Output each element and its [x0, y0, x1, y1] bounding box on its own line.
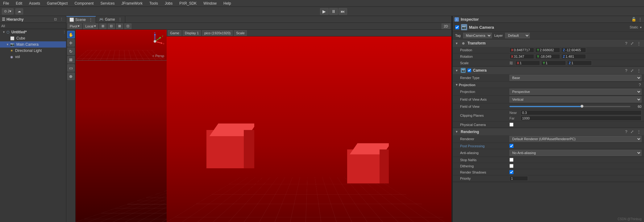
rotate-tool-btn[interactable]: ↻ [67, 48, 75, 55]
render-type-select[interactable]: Base [509, 75, 642, 81]
hierarchy-item-untitled[interactable]: ▼ ⬡ Untitled* ⋮ [0, 29, 66, 35]
projection-help-btn[interactable]: ? [638, 82, 642, 87]
hierarchy-item-main-camera[interactable]: ▼ 📷 Main Camera [0, 41, 66, 48]
stop-nans-checkbox[interactable] [509, 158, 513, 162]
tab-scene[interactable]: ⬜ Scene ⋮ [66, 16, 96, 23]
scale-x-field[interactable]: X 1 [515, 61, 540, 65]
rotation-y-field[interactable]: Y -18.049 [535, 54, 560, 59]
camera-expand-btn[interactable]: ⤢ [630, 68, 634, 73]
transform-more-btn[interactable]: ⋮ [636, 41, 642, 46]
menu-tools[interactable]: Tools [148, 1, 159, 6]
dithering-checkbox[interactable] [509, 164, 513, 168]
transform-help-btn[interactable]: ? [625, 41, 628, 46]
position-x-field[interactable]: X 0.8487717 [509, 48, 534, 52]
hierarchy-more-btn[interactable]: ⋮ [59, 17, 64, 22]
game-display-btn[interactable]: Game [168, 30, 181, 36]
fov-thumb[interactable] [580, 105, 584, 108]
move-tool-btn[interactable]: ✛ [67, 39, 75, 47]
menu-pxr-sdk[interactable]: PXR_SDK [178, 1, 198, 6]
transform-tool-btn[interactable]: ⊕ [67, 73, 75, 80]
menu-jframework[interactable]: JFrameWork [120, 1, 143, 6]
scene-gizmo[interactable]: Z Y X [146, 32, 164, 51]
layer-select[interactable]: Default [505, 33, 530, 38]
transform-expand-btn[interactable]: ⤢ [630, 41, 634, 46]
hierarchy-item-directional-light[interactable]: ☀ Directional Light [0, 48, 66, 54]
rect-tool-btn[interactable]: ▭ [67, 64, 75, 72]
gameobject-active-checkbox[interactable] [455, 25, 459, 29]
near-value-input[interactable] [521, 110, 642, 115]
camera-header[interactable]: ▼ 📷 Camera ? ⤢ ⋮ [453, 67, 644, 74]
rotation-x-field[interactable]: X 31.347 [509, 54, 534, 59]
account-button[interactable]: ⊙ J▾ [2, 8, 14, 15]
transform-name: Transform [467, 41, 623, 45]
game-display1-btn[interactable]: Display 1 [183, 30, 201, 36]
physical-camera-checkbox[interactable] [509, 123, 513, 127]
scene-tab-options[interactable]: ⋮ [89, 18, 93, 22]
scene-viewport[interactable]: Z Y X < Persp [76, 30, 451, 222]
menu-jobs[interactable]: Jobs [164, 1, 174, 6]
camera-more-btn[interactable]: ⋮ [636, 68, 642, 73]
snap-btn[interactable]: ⊟ [108, 23, 115, 29]
pivot-btn[interactable]: Pivot ▾ [68, 23, 82, 29]
projection-select[interactable]: Perspective [509, 89, 642, 95]
transform-header[interactable]: ▼ ⊕ Transform ? ⤢ ⋮ [453, 40, 644, 47]
tab-game[interactable]: 🎮 Game ⋮ [96, 16, 125, 23]
game-scale-btn[interactable]: Scale [234, 30, 247, 36]
position-z-field[interactable]: Z -12.60465 [561, 48, 586, 52]
hierarchy-item-vol[interactable]: ◉ vol [0, 54, 66, 60]
rotation-z-field[interactable]: Z 1.481 [561, 54, 586, 59]
game-viewport[interactable] [167, 30, 451, 222]
near-label: Near [509, 111, 519, 115]
render-shadows-value [509, 170, 642, 174]
tag-select[interactable]: MainCamera [463, 33, 492, 38]
inspector-lock-btn[interactable]: 🔓 [631, 17, 636, 22]
renderer-select[interactable]: Default Renderer (URPAssetRendererPC) [509, 136, 642, 142]
priority-field[interactable]: 1 [509, 176, 528, 181]
rendering-expand-btn[interactable]: ⤢ [630, 129, 634, 134]
rendering-help-btn[interactable]: ? [625, 129, 628, 134]
step-button[interactable]: ⏭ [339, 8, 347, 15]
menu-edit[interactable]: Edit [15, 1, 23, 6]
hierarchy-item-more[interactable]: ⋮ [63, 30, 66, 34]
scale-y-field[interactable]: Y 1 [541, 61, 566, 65]
hierarchy-item-cube[interactable]: ⬜ Cube [0, 35, 66, 41]
menu-assets[interactable]: Assets [28, 1, 41, 6]
local-btn[interactable]: Local ▾ [83, 23, 98, 29]
position-y-field[interactable]: Y 2.668682 [535, 48, 560, 52]
pause-button[interactable]: ⏸ [329, 8, 338, 15]
camera-help-btn[interactable]: ? [625, 68, 628, 73]
fov-slider[interactable]: 60 [509, 105, 642, 108]
scale-z-field[interactable]: Z 1 [567, 61, 592, 65]
camera-enabled-checkbox[interactable] [467, 69, 471, 72]
rendering-more-btn[interactable]: ⋮ [636, 129, 642, 134]
static-arrow-icon[interactable]: ▾ [640, 26, 642, 29]
hierarchy-header: ☰ Hierarchy ⊡ ⋮ [0, 16, 66, 23]
menu-help[interactable]: Help [222, 1, 232, 6]
rendering-header[interactable]: ▼ Rendering ? ⤢ ⋮ [453, 128, 644, 135]
move-btn[interactable]: ⊠ [116, 23, 123, 29]
inspector-more-btn[interactable]: ⋮ [638, 17, 642, 22]
game-resolution-btn[interactable]: pico (1920x1920) [202, 30, 233, 36]
scale-tool-btn[interactable]: ⊠ [67, 56, 75, 63]
grid-btn[interactable]: ⊞ [99, 23, 106, 29]
game-tab-options[interactable]: ⋮ [118, 17, 122, 22]
menu-file[interactable]: File [2, 1, 10, 6]
menu-services[interactable]: Services [99, 1, 116, 6]
cloud-button[interactable]: ☁ [15, 8, 23, 15]
menu-component[interactable]: Component [73, 1, 95, 6]
anti-aliasing-select[interactable]: No Anti-aliasing [509, 150, 642, 156]
fov-row: Field of View 60 [453, 103, 644, 110]
view-btn[interactable]: ⊡ [124, 23, 131, 29]
hand-tool-btn[interactable]: ✋ [67, 31, 75, 38]
hierarchy-lock-btn[interactable]: ⊡ [53, 17, 58, 22]
projection-section-row[interactable]: ▼ Projection ? [453, 82, 644, 88]
2d-btn[interactable]: 2D [442, 23, 450, 29]
fov-axis-select[interactable]: Vertical [509, 96, 642, 103]
z-label: Z [563, 48, 565, 52]
render-shadows-checkbox[interactable] [509, 170, 513, 174]
menu-window[interactable]: Window [202, 1, 218, 6]
play-button[interactable]: ▶ [320, 8, 329, 15]
menu-gameobject[interactable]: GameObject [46, 1, 69, 6]
post-processing-checkbox[interactable] [509, 144, 513, 148]
far-value-input[interactable] [521, 116, 642, 121]
